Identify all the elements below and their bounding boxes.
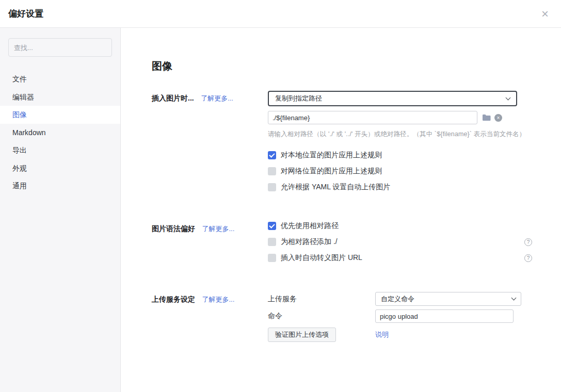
- upload-section-controls: 上传服务 自定义命令 命令 验证图片上传选项 说: [268, 292, 532, 342]
- insert-section-controls: 复制到指定路径 × 请输入相对路径（以 './' 或 '../' 开头）或绝对路…: [268, 91, 532, 199]
- settings-panel: 图像 插入图片时... 了解更多... 复制到指定路径: [121, 28, 561, 392]
- upload-service-row: 上传服务 自定义命令: [268, 292, 532, 306]
- copy-path-input[interactable]: [268, 111, 477, 124]
- checkbox-row-network-rule: 对网络位置的图片应用上述规则: [268, 167, 532, 176]
- checkbox-box[interactable]: [268, 254, 276, 262]
- checkbox-label: 为相对路径添加 ./: [281, 237, 338, 247]
- upload-service-select[interactable]: 自定义命令: [375, 292, 521, 306]
- syntax-learn-more-link[interactable]: 了解更多...: [202, 225, 234, 233]
- sidebar-item-appearance[interactable]: 外观: [0, 159, 120, 177]
- copy-path-row: ×: [268, 111, 532, 124]
- checkbox-label: 插入时自动转义图片 URL: [281, 253, 362, 263]
- syntax-section-label-col: 图片语法偏好 了解更多...: [152, 221, 268, 269]
- upload-validate-row: 验证图片上传选项 说明: [268, 328, 532, 342]
- validate-upload-button[interactable]: 验证图片上传选项: [268, 328, 336, 342]
- sidebar-item-image[interactable]: 图像: [0, 106, 120, 124]
- titlebar: 偏好设置 ×: [0, 0, 561, 28]
- checkbox-label: 允许根据 YAML 设置自动上传图片: [281, 183, 390, 192]
- validate-button-slot: 验证图片上传选项: [268, 328, 375, 342]
- upload-service-section: 上传服务设定 了解更多... 上传服务 自定义命令 命令: [152, 292, 533, 342]
- chevron-down-icon: [506, 95, 511, 100]
- checkbox-label: 对网络位置的图片应用上述规则: [281, 167, 382, 176]
- insert-checkbox-group: 对本地位置的图片应用上述规则 对网络位置的图片应用上述规则: [268, 151, 532, 192]
- checkbox-network-rule[interactable]: 对网络位置的图片应用上述规则: [268, 167, 382, 176]
- help-icon[interactable]: ?: [524, 238, 532, 246]
- checkbox-box[interactable]: [268, 238, 276, 246]
- checkbox-row-add-dot-slash: 为相对路径添加 ./ ?: [268, 237, 532, 247]
- insert-action-selected-value: 复制到指定路径: [275, 94, 322, 103]
- page-title: 图像: [152, 59, 533, 73]
- window-title: 偏好设置: [8, 8, 43, 20]
- upload-command-label: 命令: [268, 312, 375, 321]
- search-input[interactable]: [8, 38, 112, 57]
- upload-command-input[interactable]: [375, 309, 514, 323]
- image-syntax-section: 图片语法偏好 了解更多... 优先使用相对路径 为相对路径添加 ./: [152, 221, 533, 269]
- checkbox-row-local-rule: 对本地位置的图片应用上述规则: [268, 151, 532, 160]
- sidebar-nav: 文件 编辑器 图像 Markdown 导出 外观 通用: [0, 70, 120, 195]
- checkbox-add-dot-slash[interactable]: 为相对路径添加 ./: [268, 237, 338, 247]
- checkbox-label: 对本地位置的图片应用上述规则: [281, 151, 382, 160]
- insert-section-label-col: 插入图片时... 了解更多...: [152, 91, 268, 199]
- sidebar: 文件 编辑器 图像 Markdown 导出 外观 通用: [0, 28, 121, 392]
- sidebar-item-files[interactable]: 文件: [0, 70, 120, 88]
- window-body: 文件 编辑器 图像 Markdown 导出 外观 通用 图像 插入图片时... …: [0, 28, 561, 392]
- checkbox-row-escape-url: 插入时自动转义图片 URL ?: [268, 253, 532, 263]
- checkbox-box[interactable]: [268, 183, 276, 191]
- checkbox-label: 优先使用相对路径: [281, 221, 339, 231]
- upload-section-label-col: 上传服务设定 了解更多...: [152, 292, 268, 342]
- insert-image-section: 插入图片时... 了解更多... 复制到指定路径: [152, 91, 533, 199]
- insert-action-select[interactable]: 复制到指定路径: [268, 91, 517, 106]
- upload-service-label: 上传服务: [268, 295, 375, 304]
- sidebar-item-export[interactable]: 导出: [0, 141, 120, 159]
- help-icon[interactable]: ?: [524, 254, 532, 262]
- upload-instructions-link[interactable]: 说明: [375, 330, 389, 339]
- upload-command-row: 命令: [268, 309, 532, 323]
- checkbox-row-yaml-upload: 允许根据 YAML 设置自动上传图片: [268, 183, 532, 192]
- syntax-section-controls: 优先使用相对路径 为相对路径添加 ./ ? 插入时自动转义图片 UR: [268, 221, 532, 269]
- clear-icon[interactable]: ×: [494, 114, 502, 122]
- checkbox-escape-image-url[interactable]: 插入时自动转义图片 URL: [268, 253, 362, 263]
- checkbox-row-relative-path: 优先使用相对路径: [268, 221, 532, 231]
- insert-learn-more-link[interactable]: 了解更多...: [201, 94, 233, 102]
- close-icon[interactable]: ×: [541, 8, 549, 20]
- chevron-down-icon: [511, 296, 517, 301]
- checkbox-box[interactable]: [268, 151, 276, 159]
- checkbox-local-rule[interactable]: 对本地位置的图片应用上述规则: [268, 151, 382, 160]
- path-hint-text: 请输入相对路径（以 './' 或 '../' 开头）或绝对路径。（其中 `${f…: [268, 130, 532, 139]
- preferences-window: 偏好设置 × 文件 编辑器 图像 Markdown 导出 外观 通用 图像 插入…: [0, 0, 561, 392]
- checkbox-prefer-relative-path[interactable]: 优先使用相对路径: [268, 221, 339, 231]
- upload-service-selected-value: 自定义命令: [381, 295, 414, 304]
- checkbox-box[interactable]: [268, 167, 276, 175]
- checkbox-yaml-upload[interactable]: 允许根据 YAML 设置自动上传图片: [268, 183, 390, 192]
- syntax-section-label: 图片语法偏好: [152, 224, 195, 233]
- upload-section-label: 上传服务设定: [152, 295, 195, 303]
- sidebar-item-editor[interactable]: 编辑器: [0, 88, 120, 106]
- insert-section-label: 插入图片时...: [152, 94, 194, 102]
- sidebar-item-general[interactable]: 通用: [0, 177, 120, 195]
- sidebar-item-markdown[interactable]: Markdown: [0, 124, 120, 142]
- folder-icon[interactable]: [482, 114, 491, 121]
- upload-learn-more-link[interactable]: 了解更多...: [202, 296, 234, 303]
- checkbox-box[interactable]: [268, 222, 276, 230]
